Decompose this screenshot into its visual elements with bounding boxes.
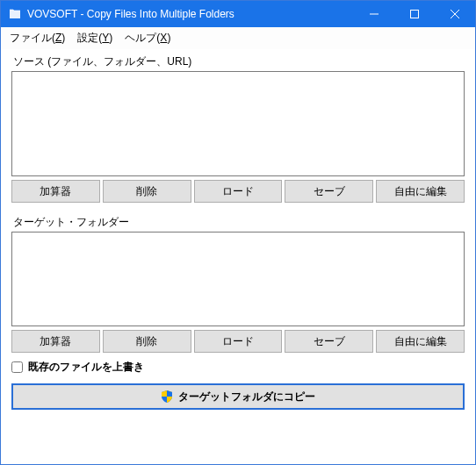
window-title-area: VOVSOFT - Copy Files Into Multiple Folde… xyxy=(8,7,354,21)
source-label: ソース (ファイル、フォルダー、URL) xyxy=(13,54,463,69)
content-area: ソース (ファイル、フォルダー、URL) 加算器 削除 ロード セーブ 自由に編… xyxy=(1,49,475,422)
target-listbox[interactable] xyxy=(11,232,465,326)
source-edit-button[interactable]: 自由に編集 xyxy=(376,180,465,203)
target-save-button[interactable]: セーブ xyxy=(285,330,373,353)
source-save-button[interactable]: セーブ xyxy=(285,180,373,203)
menubar: ファイル(Z) 設定(Y) ヘルプ(X) xyxy=(1,27,475,49)
minimize-button[interactable] xyxy=(354,1,394,27)
source-button-row: 加算器 削除 ロード セーブ 自由に編集 xyxy=(11,180,465,203)
menu-file[interactable]: ファイル(Z) xyxy=(10,31,65,46)
source-listbox[interactable] xyxy=(11,71,465,176)
copy-button-label: ターゲットフォルダにコピー xyxy=(178,390,315,404)
menu-help[interactable]: ヘルプ(X) xyxy=(125,31,170,46)
target-load-button[interactable]: ロード xyxy=(194,330,283,353)
overwrite-row: 既存のファイルを上書き xyxy=(11,360,465,375)
window-controls xyxy=(354,1,475,27)
source-remove-button[interactable]: 削除 xyxy=(103,180,191,203)
titlebar: VOVSOFT - Copy Files Into Multiple Folde… xyxy=(1,1,475,27)
target-button-row: 加算器 削除 ロード セーブ 自由に編集 xyxy=(11,330,465,353)
source-load-button[interactable]: ロード xyxy=(194,180,283,203)
overwrite-checkbox[interactable] xyxy=(11,361,23,373)
target-label: ターゲット・フォルダー xyxy=(13,215,463,230)
source-add-button[interactable]: 加算器 xyxy=(11,180,100,203)
app-icon xyxy=(8,7,22,21)
target-remove-button[interactable]: 削除 xyxy=(103,330,191,353)
menu-settings[interactable]: 設定(Y) xyxy=(77,31,112,46)
copy-to-target-button[interactable]: ターゲットフォルダにコピー xyxy=(11,383,465,410)
svg-rect-1 xyxy=(411,11,419,18)
target-edit-button[interactable]: 自由に編集 xyxy=(376,330,465,353)
overwrite-label[interactable]: 既存のファイルを上書き xyxy=(28,360,144,375)
window-title: VOVSOFT - Copy Files Into Multiple Folde… xyxy=(27,8,234,20)
close-button[interactable] xyxy=(435,1,475,27)
target-add-button[interactable]: 加算器 xyxy=(11,330,100,353)
maximize-button[interactable] xyxy=(394,1,435,27)
shield-icon xyxy=(161,390,173,403)
